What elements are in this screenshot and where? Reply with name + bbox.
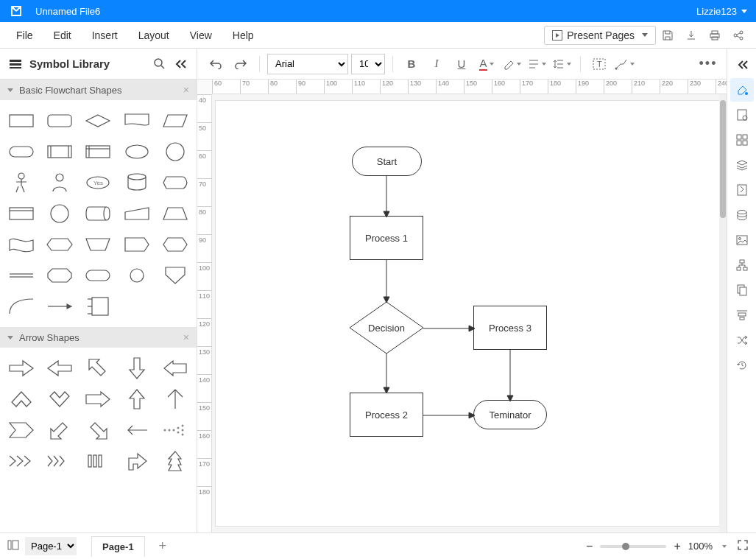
zoom-in-button[interactable]: + <box>674 540 680 553</box>
collapse-panel-icon[interactable] <box>174 59 188 69</box>
shape-shield[interactable] <box>157 262 194 289</box>
shape-circle[interactable] <box>157 138 194 165</box>
zoom-slider[interactable] <box>600 545 666 548</box>
close-icon[interactable]: × <box>183 331 189 343</box>
shape-tape[interactable] <box>3 231 40 258</box>
shape-parallelogram[interactable] <box>157 108 194 134</box>
shape-note[interactable] <box>80 293 116 320</box>
hierarchy-button[interactable] <box>730 253 754 277</box>
section-header-flowchart[interactable]: Basic Flowchart Shapes × <box>0 80 197 100</box>
menu-help[interactable]: Help <box>222 25 264 46</box>
font-color-button[interactable]: A <box>476 53 498 75</box>
shape-rounded-rect[interactable] <box>41 108 78 134</box>
shape-drum[interactable] <box>80 200 116 227</box>
close-icon[interactable]: × <box>183 84 189 96</box>
arrow-right[interactable] <box>3 355 40 382</box>
database-button[interactable] <box>730 203 754 227</box>
download-button[interactable] <box>679 24 703 47</box>
page-list-icon[interactable] <box>7 540 19 552</box>
menu-view[interactable]: View <box>180 25 222 46</box>
shape-diamond[interactable] <box>80 108 116 134</box>
print-button[interactable] <box>703 24 727 47</box>
shape-terminator[interactable] <box>3 138 40 165</box>
shape-oct[interactable] <box>41 262 78 289</box>
grid-button[interactable] <box>730 128 754 152</box>
arrow-left[interactable] <box>41 355 78 382</box>
arrow-pentagon-right[interactable] <box>3 417 40 443</box>
save-button[interactable] <box>656 24 679 47</box>
shape-document[interactable] <box>119 108 155 134</box>
text-tool-button[interactable]: T <box>588 53 610 75</box>
arrow-left2[interactable] <box>157 355 194 382</box>
share-button[interactable] <box>727 24 750 47</box>
zoom-out-button[interactable]: − <box>586 540 593 553</box>
shape-rect[interactable] <box>3 108 40 134</box>
shuffle-button[interactable] <box>730 328 754 352</box>
shape-display[interactable] <box>157 169 194 196</box>
arrow-down[interactable] <box>119 355 155 382</box>
shape-small-circle[interactable] <box>119 262 155 289</box>
highlight-button[interactable] <box>501 53 523 75</box>
arrow-up-left[interactable] <box>80 355 116 382</box>
shape-card[interactable] <box>3 200 40 227</box>
shape-double-line[interactable] <box>3 262 40 289</box>
comments-button[interactable] <box>730 178 754 202</box>
font-size-select[interactable]: 10 <box>351 54 385 74</box>
fullscreen-button[interactable] <box>737 539 749 553</box>
menu-file[interactable]: File <box>6 25 43 46</box>
search-icon[interactable] <box>154 58 166 70</box>
flow-node-process1[interactable]: Process 1 <box>350 216 423 260</box>
arrow-left-thin[interactable] <box>119 417 155 443</box>
align-button[interactable] <box>526 53 548 75</box>
history-button[interactable] <box>730 354 754 377</box>
layers-button[interactable] <box>730 153 754 177</box>
shape-person[interactable] <box>41 169 78 196</box>
collapse-right-icon[interactable] <box>730 53 754 77</box>
canvas[interactable]: Start Process 1 Decision Process 2 Proce… <box>215 100 721 527</box>
arrow-down-right[interactable] <box>80 417 116 443</box>
shape-arc[interactable] <box>3 293 40 320</box>
more-options-button[interactable]: ••• <box>697 53 719 75</box>
bold-button[interactable]: B <box>400 53 423 75</box>
arrow-striped[interactable] <box>41 448 78 474</box>
fill-tool-button[interactable] <box>730 78 754 102</box>
shape-yes-oval[interactable]: Yes <box>80 169 116 196</box>
arrow-bars[interactable] <box>80 448 116 474</box>
font-family-select[interactable]: Arial <box>267 54 348 74</box>
arrow-down-left[interactable] <box>41 417 78 443</box>
menu-layout[interactable]: Layout <box>128 25 180 46</box>
flow-node-terminator[interactable]: Teminator <box>473 400 547 429</box>
shape-predefined[interactable] <box>41 138 78 165</box>
undo-button[interactable] <box>205 53 227 75</box>
italic-button[interactable]: I <box>425 53 448 75</box>
arrow-triple-right[interactable] <box>3 448 40 474</box>
page-setup-button[interactable] <box>730 103 754 127</box>
flow-node-process3[interactable]: Process 3 <box>473 306 547 350</box>
shape-arrow-line[interactable] <box>41 293 78 320</box>
page-select[interactable]: Page-1 <box>25 537 77 555</box>
vertical-scrollbar[interactable] <box>719 94 727 532</box>
shape-trapezoid[interactable] <box>157 200 194 227</box>
user-menu[interactable]: Lizzie123 <box>696 6 747 17</box>
clipboard-button[interactable] <box>730 278 754 302</box>
underline-button[interactable]: U <box>451 53 473 75</box>
flow-node-process2[interactable]: Process 2 <box>350 393 423 437</box>
shape-cylinder[interactable] <box>119 169 155 196</box>
shape-stadium[interactable] <box>80 262 116 289</box>
flow-node-start[interactable]: Start <box>352 147 422 176</box>
image-button[interactable] <box>730 228 754 252</box>
flow-node-decision[interactable]: Decision <box>350 302 423 354</box>
shape-hexagon[interactable] <box>157 231 194 258</box>
present-pages-button[interactable]: Present Pages <box>544 26 656 45</box>
section-header-arrows[interactable]: Arrow Shapes × <box>0 327 197 348</box>
shape-ellipse[interactable] <box>119 138 155 165</box>
arrow-up-thin[interactable] <box>157 386 194 412</box>
shape-pentagon[interactable] <box>119 231 155 258</box>
shape-trapezoid2[interactable] <box>80 231 116 258</box>
shape-internal-storage[interactable] <box>80 138 116 165</box>
arrow-dots[interactable] <box>157 417 194 443</box>
align-tool-button[interactable] <box>730 303 754 327</box>
arrow-chevron-up[interactable] <box>3 386 40 412</box>
menu-insert[interactable]: Insert <box>82 25 128 46</box>
shape-circle2[interactable] <box>41 200 78 227</box>
